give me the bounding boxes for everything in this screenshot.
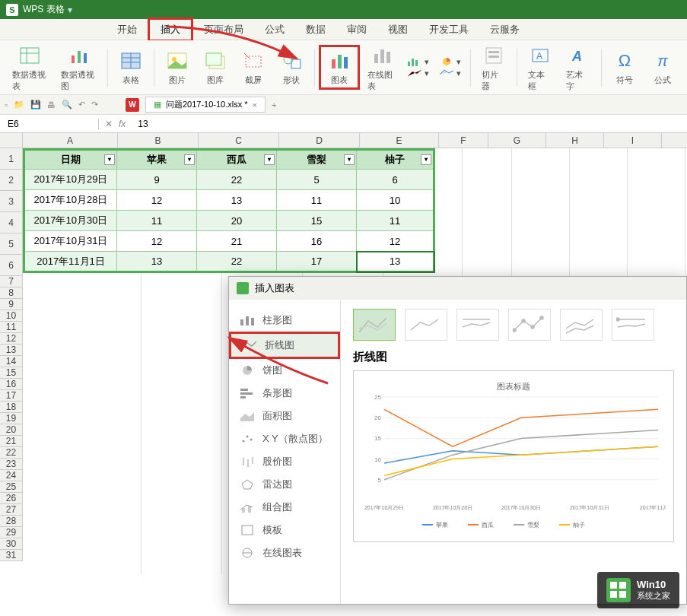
cell[interactable]: 13 xyxy=(197,190,277,211)
file-tab[interactable]: ▦ 问题2017-10-10.xlsx * × xyxy=(145,97,266,113)
line-subtype-100-markers[interactable] xyxy=(612,309,654,341)
filter-icon[interactable]: ▾ xyxy=(344,154,355,165)
add-tab-icon[interactable]: + xyxy=(272,100,276,110)
tab-formula[interactable]: 公式 xyxy=(254,20,295,40)
row-header[interactable]: 11 xyxy=(0,322,23,333)
cell[interactable]: 17 xyxy=(277,252,357,272)
row-header[interactable]: 2 xyxy=(0,170,23,191)
ribbon-slicer[interactable]: 切片器 xyxy=(475,42,512,94)
col-header-G[interactable]: G xyxy=(488,133,546,148)
row-header[interactable]: 21 xyxy=(0,436,23,447)
cell[interactable]: 20 xyxy=(197,211,277,231)
chart-type-line[interactable]: 折线图 xyxy=(229,332,340,359)
row-header[interactable]: 17 xyxy=(0,390,23,402)
chart-type-template[interactable]: 模板 xyxy=(229,519,340,541)
cell[interactable]: 10 xyxy=(357,190,434,211)
row-header[interactable]: 24 xyxy=(0,470,23,481)
close-file-icon[interactable]: × xyxy=(253,100,257,110)
chart-type-combo[interactable]: 组合图 xyxy=(229,496,340,519)
qa-preview-icon[interactable]: 🔍 xyxy=(62,100,72,110)
row-header[interactable]: 20 xyxy=(0,424,23,436)
cell[interactable]: 5 xyxy=(277,170,357,190)
header-cell[interactable]: 雪梨▾ xyxy=(277,150,357,170)
cell[interactable]: 13 xyxy=(117,252,197,272)
row-header[interactable]: 16 xyxy=(0,379,23,390)
tab-view[interactable]: 视图 xyxy=(377,20,418,40)
cell[interactable]: 21 xyxy=(197,231,277,252)
line-subtype-basic[interactable] xyxy=(353,309,396,341)
row-header[interactable]: 12 xyxy=(0,333,23,345)
row-header[interactable]: 29 xyxy=(0,527,23,538)
cell[interactable]: 12 xyxy=(117,231,197,252)
cell[interactable]: 11 xyxy=(117,211,197,231)
filter-icon[interactable]: ▾ xyxy=(264,154,275,165)
name-box[interactable]: E6 xyxy=(0,119,99,129)
ribbon-mini-1[interactable]: ▾ xyxy=(408,57,429,67)
chart-type-bar[interactable]: 条形图 xyxy=(229,382,340,405)
qa-print-icon[interactable]: 🖶 xyxy=(47,100,56,110)
col-header-A[interactable]: A xyxy=(23,133,118,148)
dialog-titlebar[interactable]: 插入图表 xyxy=(229,277,686,300)
row-header[interactable]: 10 xyxy=(0,310,23,322)
tab-cloud[interactable]: 云服务 xyxy=(479,20,530,40)
line-subtype-stacked[interactable] xyxy=(405,309,447,341)
row-header[interactable]: 1 xyxy=(0,148,23,170)
row-header[interactable]: 25 xyxy=(0,481,23,493)
qa-save-icon[interactable]: 💾 xyxy=(30,100,41,110)
ribbon-mini-2[interactable]: ▾ xyxy=(408,68,429,78)
row-header[interactable]: 9 xyxy=(0,299,23,310)
row-header[interactable]: 28 xyxy=(0,516,23,527)
cell[interactable]: 11 xyxy=(357,211,434,231)
cell[interactable]: 11 xyxy=(277,190,357,211)
ribbon-screenshot[interactable]: 截屏 xyxy=(235,47,272,87)
row-header[interactable]: 6 xyxy=(0,255,23,276)
qa-redo-icon[interactable]: ↷ xyxy=(91,100,98,110)
row-header[interactable]: 22 xyxy=(0,447,23,459)
ribbon-mini-4[interactable]: ▾ xyxy=(440,68,461,78)
ribbon-online-chart[interactable]: 在线图表 xyxy=(361,42,402,94)
tab-data[interactable]: 数据 xyxy=(295,20,336,40)
chart-type-online[interactable]: 在线图表 xyxy=(229,541,340,564)
chart-type-pie[interactable]: 饼图 xyxy=(229,359,340,382)
line-subtype-markers[interactable] xyxy=(508,309,551,341)
ribbon-chart[interactable]: 图表 xyxy=(319,45,360,90)
col-header-H[interactable]: H xyxy=(546,133,604,148)
header-cell[interactable]: 苹果▾ xyxy=(117,150,197,170)
row-header[interactable]: 18 xyxy=(0,402,23,413)
filter-icon[interactable]: ▾ xyxy=(104,154,115,165)
ribbon-textbox[interactable]: A 文本框 xyxy=(522,42,558,94)
header-cell[interactable]: 西瓜▾ xyxy=(197,150,277,170)
col-header-B[interactable]: B xyxy=(118,133,199,148)
ribbon-shapes[interactable]: 形状 xyxy=(273,47,310,87)
wps-badge-icon[interactable]: W xyxy=(126,98,139,112)
row-header[interactable]: 27 xyxy=(0,504,23,516)
tab-insert[interactable]: 插入 xyxy=(148,17,193,42)
row-header[interactable]: 7 xyxy=(0,276,23,287)
ribbon-gallery[interactable]: 图库 xyxy=(197,47,234,87)
tab-review[interactable]: 审阅 xyxy=(336,20,377,40)
fx-icon[interactable]: fx xyxy=(119,119,126,129)
qa-new-icon[interactable]: ▫ xyxy=(5,100,8,110)
row-header[interactable]: 26 xyxy=(0,493,23,504)
cell[interactable]: 6 xyxy=(357,170,434,190)
row-header[interactable]: 14 xyxy=(0,356,23,367)
header-cell[interactable]: 日期▾ xyxy=(24,150,117,170)
chart-type-column[interactable]: 柱形图 xyxy=(229,309,340,332)
chart-type-area[interactable]: 面积图 xyxy=(229,405,340,427)
ribbon-pivot-chart[interactable]: 数据透视图 xyxy=(55,42,102,94)
tab-devtools[interactable]: 开发工具 xyxy=(418,20,479,40)
row-header[interactable]: 8 xyxy=(0,287,23,299)
row-header[interactable]: 3 xyxy=(0,191,23,212)
chart-preview-area[interactable]: 图表标题5101520252017年10月29日2017年10月28日2017年… xyxy=(353,370,674,542)
cell[interactable]: 12 xyxy=(357,231,434,252)
header-cell[interactable]: 柚子▾ xyxy=(357,150,434,170)
tab-home[interactable]: 开始 xyxy=(107,20,148,40)
row-header[interactable]: 13 xyxy=(0,345,23,356)
cell[interactable]: 9 xyxy=(117,170,197,190)
ribbon-table[interactable]: 表格 xyxy=(113,47,149,87)
select-all-corner[interactable] xyxy=(0,133,23,148)
ribbon-picture[interactable]: 图片 xyxy=(159,47,196,87)
chart-type-stock[interactable]: 股价图 xyxy=(229,450,340,473)
ribbon-symbol[interactable]: Ω 符号 xyxy=(606,47,643,87)
ribbon-equation[interactable]: π 公式 xyxy=(644,47,681,87)
